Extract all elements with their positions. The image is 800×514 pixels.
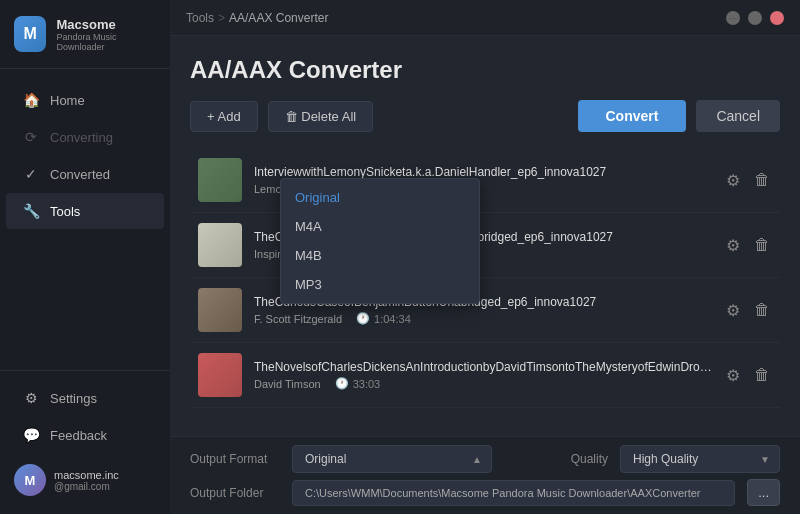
sidebar-item-feedback[interactable]: 💬 Feedback xyxy=(6,417,164,453)
main-content: Tools > AA/AAX Converter — □ ✕ AA/AAX Co… xyxy=(170,0,800,514)
sidebar-item-converted[interactable]: ✓ Converted xyxy=(6,156,164,192)
titlebar: Tools > AA/AAX Converter — □ ✕ xyxy=(170,0,800,36)
table-row: TheCreationStoryTheBibleExperienceUnabri… xyxy=(190,213,780,278)
user-email: @gmail.com xyxy=(54,481,119,492)
dropdown-item-original[interactable]: Original xyxy=(281,183,479,212)
settings-icon-btn[interactable]: ⚙ xyxy=(724,364,742,387)
output-format-label: Output Format xyxy=(190,452,280,466)
settings-icon: ⚙ xyxy=(22,390,40,406)
sidebar-item-feedback-label: Feedback xyxy=(50,428,107,443)
user-text: macsome.inc @gmail.com xyxy=(54,469,119,492)
home-icon: 🏠 xyxy=(22,92,40,108)
user-name: macsome.inc xyxy=(54,469,119,481)
sidebar-item-home-label: Home xyxy=(50,93,85,108)
table-row: TheNovelsofCharlesDickensAnIntroductionb… xyxy=(190,343,780,408)
file-name: TheNovelsofCharlesDickensAnIntroductionb… xyxy=(254,360,712,374)
sidebar-item-converting-label: Converting xyxy=(50,130,113,145)
quality-label: Quality xyxy=(571,452,608,466)
brand-sub: Pandora Music Downloader xyxy=(56,32,156,52)
file-actions: ⚙ 🗑 xyxy=(724,234,772,257)
file-actions: ⚙ 🗑 xyxy=(724,169,772,192)
format-select-wrapper: Original ▲ xyxy=(292,445,492,473)
avatar: M xyxy=(14,464,46,496)
quality-select-value: High Quality xyxy=(633,452,698,466)
brand-section: M Macsome Pandora Music Downloader xyxy=(0,0,170,69)
sidebar-bottom: ⚙ Settings 💬 Feedback M macsome.inc @gma… xyxy=(0,370,170,514)
format-select-value: Original xyxy=(305,452,346,466)
file-thumbnail xyxy=(198,158,242,202)
sidebar: M Macsome Pandora Music Downloader 🏠 Hom… xyxy=(0,0,170,514)
delete-icon-btn[interactable]: 🗑 xyxy=(752,364,772,386)
file-author: David Timson xyxy=(254,378,321,390)
settings-icon-btn[interactable]: ⚙ xyxy=(724,299,742,322)
breadcrumb: Tools > AA/AAX Converter xyxy=(186,11,328,25)
dropdown-item-m4a[interactable]: M4A xyxy=(281,212,479,241)
file-duration: 🕐 1:04:34 xyxy=(356,312,411,325)
user-section[interactable]: M macsome.inc @gmail.com xyxy=(0,454,170,506)
file-thumbnail xyxy=(198,353,242,397)
delete-icon-btn[interactable]: 🗑 xyxy=(752,169,772,191)
window-controls: — □ ✕ xyxy=(726,11,784,25)
breadcrumb-tools: Tools xyxy=(186,11,214,25)
folder-browse-button[interactable]: ... xyxy=(747,479,780,506)
folder-path: C:\Users\WMM\Documents\Macsome Pandora M… xyxy=(292,480,735,506)
sidebar-item-settings[interactable]: ⚙ Settings xyxy=(6,380,164,416)
file-thumbnail xyxy=(198,223,242,267)
sidebar-item-tools[interactable]: 🔧 Tools xyxy=(6,193,164,229)
brand-text: Macsome Pandora Music Downloader xyxy=(56,17,156,52)
file-author: F. Scott Fitzgerald xyxy=(254,313,342,325)
page-title: AA/AAX Converter xyxy=(190,56,780,84)
breadcrumb-sep: > xyxy=(218,11,225,25)
close-button[interactable]: ✕ xyxy=(770,11,784,25)
format-select[interactable]: Original xyxy=(292,445,492,473)
file-actions: ⚙ 🗑 xyxy=(724,299,772,322)
converting-icon: ⟳ xyxy=(22,129,40,145)
convert-button[interactable]: Convert xyxy=(578,100,687,132)
add-button[interactable]: + Add xyxy=(190,101,258,132)
table-row: TheCuriousCaseofBenjaminButtonUnabridged… xyxy=(190,278,780,343)
output-folder-label: Output Folder xyxy=(190,486,280,500)
file-meta: David Timson 🕐 33:03 xyxy=(254,377,712,390)
sidebar-item-converted-label: Converted xyxy=(50,167,110,182)
delete-icon-btn[interactable]: 🗑 xyxy=(752,234,772,256)
clock-icon: 🕐 xyxy=(356,312,370,325)
sidebar-item-settings-label: Settings xyxy=(50,391,97,406)
format-dropdown-menu[interactable]: Original M4A M4B MP3 xyxy=(280,178,480,304)
dropdown-item-m4b[interactable]: M4B xyxy=(281,241,479,270)
tools-icon: 🔧 xyxy=(22,203,40,219)
feedback-icon: 💬 xyxy=(22,427,40,443)
file-meta: F. Scott Fitzgerald 🕐 1:04:34 xyxy=(254,312,712,325)
delete-icon-btn[interactable]: 🗑 xyxy=(752,299,772,321)
file-duration: 🕐 33:03 xyxy=(335,377,381,390)
maximize-button[interactable]: □ xyxy=(748,11,762,25)
cancel-button[interactable]: Cancel xyxy=(696,100,780,132)
sidebar-nav: 🏠 Home ⟳ Converting ✓ Converted 🔧 Tools xyxy=(0,77,170,370)
folder-row: Output Folder C:\Users\WMM\Documents\Mac… xyxy=(190,479,780,506)
sidebar-item-converting: ⟳ Converting xyxy=(6,119,164,155)
sidebar-item-tools-label: Tools xyxy=(50,204,80,219)
file-thumbnail xyxy=(198,288,242,332)
quality-select-wrapper: High Quality ▼ xyxy=(620,445,780,473)
sidebar-item-home[interactable]: 🏠 Home xyxy=(6,82,164,118)
file-name: InterviewwithLemonySnicketa.k.a.DanielHa… xyxy=(254,165,712,179)
minimize-button[interactable]: — xyxy=(726,11,740,25)
dropdown-item-mp3[interactable]: MP3 xyxy=(281,270,479,299)
file-list: InterviewwithLemonySnicketa.k.a.DanielHa… xyxy=(190,148,780,426)
clock-icon: 🕐 xyxy=(335,377,349,390)
format-row: Output Format Original ▲ Quality High Qu… xyxy=(190,445,780,473)
page-content: AA/AAX Converter + Add 🗑 Delete All Conv… xyxy=(170,36,800,436)
settings-icon-btn[interactable]: ⚙ xyxy=(724,169,742,192)
converted-icon: ✓ xyxy=(22,166,40,182)
brand-logo: M xyxy=(14,16,46,52)
settings-icon-btn[interactable]: ⚙ xyxy=(724,234,742,257)
delete-all-button[interactable]: 🗑 Delete All xyxy=(268,101,374,132)
file-actions: ⚙ 🗑 xyxy=(724,364,772,387)
breadcrumb-current: AA/AAX Converter xyxy=(229,11,328,25)
quality-select[interactable]: High Quality xyxy=(620,445,780,473)
brand-name: Macsome xyxy=(56,17,156,32)
bottom-bar: Output Format Original ▲ Quality High Qu… xyxy=(170,436,800,514)
toolbar: + Add 🗑 Delete All Convert Cancel xyxy=(190,100,780,132)
table-row: InterviewwithLemonySnicketa.k.a.DanielHa… xyxy=(190,148,780,213)
file-info: TheNovelsofCharlesDickensAnIntroductionb… xyxy=(254,360,712,390)
